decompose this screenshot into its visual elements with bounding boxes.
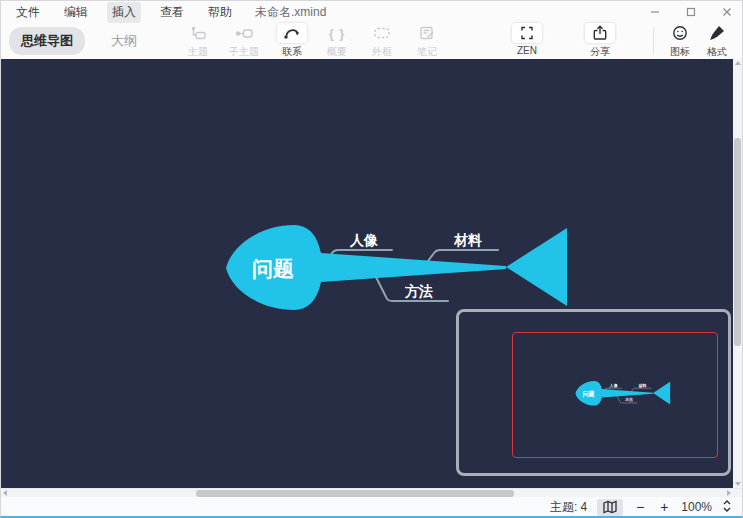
branch-label-renxiang[interactable]: 人像	[349, 232, 378, 248]
tab-mindmap[interactable]: 思维导图	[9, 27, 85, 55]
minimize-icon[interactable]	[648, 5, 662, 19]
boundary-icon	[367, 23, 397, 43]
vertical-scrollbar[interactable]	[733, 59, 742, 488]
summary-icon: { }	[322, 23, 352, 43]
format-icon	[702, 23, 732, 43]
menu-edit[interactable]: 编辑	[59, 2, 93, 23]
xmind-window: 文件 编辑 插入 查看 帮助 未命名.xmind 思维导图 大纲 主	[0, 0, 743, 518]
branch-label-fangfa[interactable]: 方法	[404, 283, 433, 299]
minimap-toggle-button[interactable]	[597, 499, 623, 516]
boundary-button[interactable]: 外框	[359, 23, 405, 59]
zen-mode-button[interactable]: ZEN	[504, 23, 550, 56]
zen-mode-icon	[512, 23, 542, 43]
chevron-up-down-icon	[722, 499, 732, 513]
menu-view[interactable]: 查看	[155, 2, 189, 23]
toolbar: 思维导图 大纲 主题 子主题 联系 { } 概要	[1, 23, 742, 59]
document-title: 未命名.xmind	[255, 4, 326, 21]
topic-button[interactable]: 主题	[175, 23, 221, 59]
scroll-left-icon[interactable]	[3, 490, 7, 496]
maximize-icon[interactable]	[684, 5, 698, 19]
menu-bar: 文件 编辑 插入 查看 帮助 未命名.xmind	[1, 1, 742, 23]
scroll-up-icon[interactable]	[735, 61, 741, 65]
menu-insert[interactable]: 插入	[107, 2, 141, 23]
topic-count: 主题: 4	[550, 499, 587, 516]
marker-icon	[665, 23, 695, 43]
mindmap-canvas[interactable]: 问题 人像 材料 方法	[1, 59, 742, 488]
subtopic-button[interactable]: 子主题	[221, 23, 267, 59]
minimap-panel	[456, 309, 731, 476]
zoom-in-button[interactable]: +	[657, 499, 671, 515]
branch-label-cailiao[interactable]: 材料	[453, 232, 482, 248]
tab-outline[interactable]: 大纲	[99, 27, 149, 55]
relationship-icon	[277, 23, 307, 43]
subtopic-icon	[229, 23, 259, 43]
minimap-thumbnail	[513, 333, 717, 457]
horizontal-scrollbar-thumb[interactable]	[196, 490, 514, 497]
menu-help[interactable]: 帮助	[203, 2, 237, 23]
vertical-scrollbar-thumb[interactable]	[734, 138, 741, 346]
format-button[interactable]: 格式	[694, 23, 740, 59]
view-tabs: 思维导图 大纲	[9, 27, 149, 55]
zoom-level: 100%	[681, 500, 712, 514]
scroll-down-icon[interactable]	[735, 482, 741, 486]
fishbone-group: 问题 人像 材料 方法	[226, 225, 567, 310]
window-controls	[648, 1, 734, 23]
notes-icon	[412, 23, 442, 43]
share-button[interactable]: 分享	[577, 23, 623, 59]
close-icon[interactable]	[720, 5, 734, 19]
topic-icon	[183, 23, 213, 43]
zoom-out-button[interactable]: −	[633, 499, 647, 515]
status-bar: 主题: 4 − + 100%	[1, 497, 742, 517]
menu-file[interactable]: 文件	[11, 2, 45, 23]
zoom-stepper[interactable]	[722, 499, 732, 516]
summary-button[interactable]: { } 概要	[314, 23, 360, 59]
map-icon	[602, 500, 618, 514]
scroll-right-icon[interactable]	[727, 490, 731, 496]
relationship-button[interactable]: 联系	[269, 23, 315, 59]
minimap-viewport[interactable]	[512, 332, 718, 458]
root-topic-label[interactable]: 问题	[252, 257, 294, 280]
fish-tail[interactable]	[506, 228, 567, 306]
notes-button[interactable]: 笔记	[404, 23, 450, 59]
share-icon	[585, 23, 615, 43]
toolbar-divider	[653, 27, 654, 55]
horizontal-scrollbar[interactable]	[1, 488, 742, 497]
